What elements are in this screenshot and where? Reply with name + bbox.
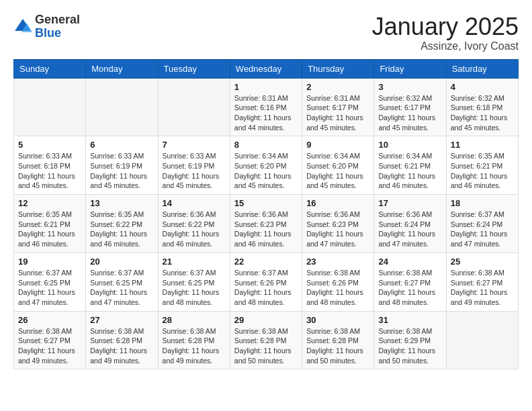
day-number: 5: [18, 140, 81, 150]
day-number: 10: [378, 140, 441, 150]
day-info: Sunrise: 6:35 AM Sunset: 6:22 PM Dayligh…: [90, 210, 153, 249]
day-info: Sunrise: 6:31 AM Sunset: 6:17 PM Dayligh…: [306, 93, 369, 133]
calendar-cell: 23Sunrise: 6:38 AM Sunset: 6:26 PM Dayli…: [302, 253, 374, 311]
month-title: January 2025: [372, 13, 519, 40]
day-info: Sunrise: 6:36 AM Sunset: 6:23 PM Dayligh…: [306, 210, 369, 249]
day-number: 15: [234, 198, 298, 208]
day-number: 30: [306, 315, 369, 325]
day-info: Sunrise: 6:37 AM Sunset: 6:25 PM Dayligh…: [90, 268, 153, 308]
day-number: 27: [90, 315, 153, 325]
calendar-cell: 5Sunrise: 6:33 AM Sunset: 6:18 PM Daylig…: [14, 136, 86, 195]
day-info: Sunrise: 6:38 AM Sunset: 6:27 PM Dayligh…: [451, 268, 514, 308]
calendar-cell: 1Sunrise: 6:31 AM Sunset: 6:16 PM Daylig…: [230, 78, 302, 136]
calendar-cell: 10Sunrise: 6:34 AM Sunset: 6:21 PM Dayli…: [374, 136, 446, 195]
day-number: 9: [306, 140, 369, 150]
day-info: Sunrise: 6:33 AM Sunset: 6:19 PM Dayligh…: [90, 151, 153, 191]
day-number: 1: [234, 82, 298, 92]
calendar-cell: 9Sunrise: 6:34 AM Sunset: 6:20 PM Daylig…: [302, 136, 374, 195]
calendar-table: SundayMondayTuesdayWednesdayThursdayFrid…: [13, 59, 519, 370]
calendar-cell: 3Sunrise: 6:32 AM Sunset: 6:17 PM Daylig…: [374, 78, 446, 136]
day-info: Sunrise: 6:33 AM Sunset: 6:19 PM Dayligh…: [163, 151, 226, 191]
day-number: 21: [163, 257, 226, 267]
calendar-cell: 26Sunrise: 6:38 AM Sunset: 6:27 PM Dayli…: [14, 311, 86, 369]
day-number: 31: [378, 315, 441, 325]
day-number: 24: [378, 257, 441, 267]
weekday-header-saturday: Saturday: [446, 59, 518, 78]
day-info: Sunrise: 6:37 AM Sunset: 6:24 PM Dayligh…: [451, 210, 514, 249]
calendar-cell: 6Sunrise: 6:33 AM Sunset: 6:19 PM Daylig…: [86, 136, 158, 195]
weekday-header-wednesday: Wednesday: [230, 59, 302, 78]
location-subtitle: Assinze, Ivory Coast: [372, 40, 519, 52]
day-info: Sunrise: 6:31 AM Sunset: 6:16 PM Dayligh…: [234, 93, 298, 133]
day-info: Sunrise: 6:36 AM Sunset: 6:22 PM Dayligh…: [163, 210, 226, 249]
day-number: 19: [18, 257, 81, 267]
calendar-cell: 14Sunrise: 6:36 AM Sunset: 6:22 PM Dayli…: [158, 195, 230, 253]
calendar-cell: 16Sunrise: 6:36 AM Sunset: 6:23 PM Dayli…: [302, 195, 374, 253]
calendar-cell: 17Sunrise: 6:36 AM Sunset: 6:24 PM Dayli…: [374, 195, 446, 253]
calendar-cell: 4Sunrise: 6:32 AM Sunset: 6:18 PM Daylig…: [446, 78, 518, 136]
calendar-cell: 21Sunrise: 6:37 AM Sunset: 6:25 PM Dayli…: [158, 253, 230, 311]
day-info: Sunrise: 6:33 AM Sunset: 6:18 PM Dayligh…: [18, 151, 81, 191]
day-number: 25: [451, 257, 514, 267]
day-info: Sunrise: 6:37 AM Sunset: 6:25 PM Dayligh…: [18, 268, 81, 308]
day-number: 20: [90, 257, 153, 267]
day-info: Sunrise: 6:34 AM Sunset: 6:20 PM Dayligh…: [234, 151, 298, 191]
day-info: Sunrise: 6:34 AM Sunset: 6:20 PM Dayligh…: [306, 151, 369, 191]
day-info: Sunrise: 6:36 AM Sunset: 6:23 PM Dayligh…: [234, 210, 298, 249]
logo: General Blue: [13, 13, 80, 40]
day-number: 7: [163, 140, 226, 150]
weekday-header-friday: Friday: [374, 59, 446, 78]
calendar-cell: 31Sunrise: 6:38 AM Sunset: 6:29 PM Dayli…: [374, 311, 446, 369]
logo-general-text: General: [35, 13, 80, 26]
day-info: Sunrise: 6:38 AM Sunset: 6:28 PM Dayligh…: [163, 326, 226, 366]
day-info: Sunrise: 6:38 AM Sunset: 6:26 PM Dayligh…: [306, 268, 369, 308]
calendar-cell: [86, 78, 158, 136]
calendar-week-3: 12Sunrise: 6:35 AM Sunset: 6:21 PM Dayli…: [14, 195, 519, 253]
weekday-header-tuesday: Tuesday: [158, 59, 230, 78]
day-info: Sunrise: 6:36 AM Sunset: 6:24 PM Dayligh…: [378, 210, 441, 249]
day-info: Sunrise: 6:32 AM Sunset: 6:18 PM Dayligh…: [451, 93, 514, 133]
day-info: Sunrise: 6:38 AM Sunset: 6:27 PM Dayligh…: [18, 326, 81, 366]
calendar-cell: 30Sunrise: 6:38 AM Sunset: 6:28 PM Dayli…: [302, 311, 374, 369]
calendar-cell: [158, 78, 230, 136]
day-number: 2: [306, 82, 369, 92]
day-number: 6: [90, 140, 153, 150]
logo-icon: [13, 17, 32, 36]
day-info: Sunrise: 6:38 AM Sunset: 6:28 PM Dayligh…: [234, 326, 298, 366]
day-info: Sunrise: 6:38 AM Sunset: 6:28 PM Dayligh…: [90, 326, 153, 366]
day-info: Sunrise: 6:38 AM Sunset: 6:27 PM Dayligh…: [378, 268, 441, 308]
calendar-cell: 20Sunrise: 6:37 AM Sunset: 6:25 PM Dayli…: [86, 253, 158, 311]
day-number: 22: [234, 257, 298, 267]
day-number: 11: [451, 140, 514, 150]
calendar-cell: [446, 311, 518, 369]
weekday-header-monday: Monday: [86, 59, 158, 78]
weekday-header-sunday: Sunday: [14, 59, 86, 78]
calendar-cell: 22Sunrise: 6:37 AM Sunset: 6:26 PM Dayli…: [230, 253, 302, 311]
day-info: Sunrise: 6:37 AM Sunset: 6:26 PM Dayligh…: [234, 268, 298, 308]
weekday-header-row: SundayMondayTuesdayWednesdayThursdayFrid…: [14, 59, 519, 78]
day-info: Sunrise: 6:32 AM Sunset: 6:17 PM Dayligh…: [378, 93, 441, 133]
day-info: Sunrise: 6:35 AM Sunset: 6:21 PM Dayligh…: [18, 210, 81, 249]
day-number: 3: [378, 82, 441, 92]
day-number: 28: [163, 315, 226, 325]
logo-blue-text: Blue: [35, 26, 61, 40]
day-number: 26: [18, 315, 81, 325]
day-number: 18: [451, 198, 514, 208]
calendar-cell: 2Sunrise: 6:31 AM Sunset: 6:17 PM Daylig…: [302, 78, 374, 136]
calendar-cell: 25Sunrise: 6:38 AM Sunset: 6:27 PM Dayli…: [446, 253, 518, 311]
calendar-cell: 12Sunrise: 6:35 AM Sunset: 6:21 PM Dayli…: [14, 195, 86, 253]
day-info: Sunrise: 6:37 AM Sunset: 6:25 PM Dayligh…: [163, 268, 226, 308]
calendar-cell: 24Sunrise: 6:38 AM Sunset: 6:27 PM Dayli…: [374, 253, 446, 311]
day-info: Sunrise: 6:34 AM Sunset: 6:21 PM Dayligh…: [378, 151, 441, 191]
calendar-week-2: 5Sunrise: 6:33 AM Sunset: 6:18 PM Daylig…: [14, 136, 519, 195]
day-number: 29: [234, 315, 298, 325]
day-number: 16: [306, 198, 369, 208]
calendar-cell: 18Sunrise: 6:37 AM Sunset: 6:24 PM Dayli…: [446, 195, 518, 253]
calendar-week-1: 1Sunrise: 6:31 AM Sunset: 6:16 PM Daylig…: [14, 78, 519, 136]
calendar-cell: 7Sunrise: 6:33 AM Sunset: 6:19 PM Daylig…: [158, 136, 230, 195]
calendar-cell: 11Sunrise: 6:35 AM Sunset: 6:21 PM Dayli…: [446, 136, 518, 195]
day-info: Sunrise: 6:38 AM Sunset: 6:29 PM Dayligh…: [378, 326, 441, 366]
day-number: 23: [306, 257, 369, 267]
calendar-cell: 15Sunrise: 6:36 AM Sunset: 6:23 PM Dayli…: [230, 195, 302, 253]
weekday-header-thursday: Thursday: [302, 59, 374, 78]
